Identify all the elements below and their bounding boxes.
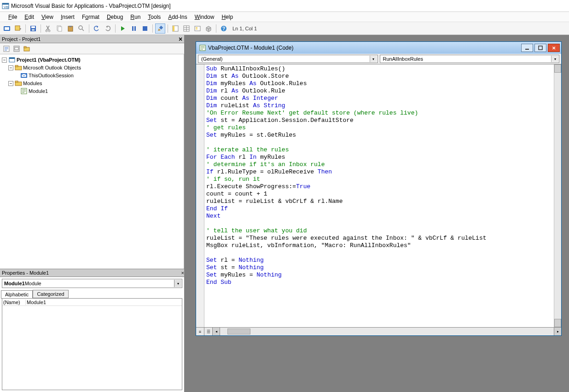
toolbox-button[interactable] — [203, 23, 214, 34]
menu-format[interactable]: Format — [78, 13, 103, 21]
scroll-right-button[interactable]: ▸ — [554, 328, 561, 335]
code-window-title: VbaProject.OTM - Module1 (Code) — [208, 45, 293, 51]
svg-text:?: ? — [222, 26, 225, 31]
tree-toggle-icon[interactable]: − — [8, 81, 13, 86]
svg-rect-17 — [134, 26, 136, 31]
tree-toggle-icon[interactable]: − — [2, 58, 7, 63]
scroll-left-button[interactable]: ◂ — [213, 328, 220, 335]
svg-rect-40 — [15, 81, 18, 82]
folder-icon — [15, 64, 22, 71]
svg-rect-18 — [143, 26, 147, 31]
toggle-folders-button[interactable] — [22, 44, 31, 53]
undo-button[interactable] — [92, 23, 102, 34]
svg-rect-5 — [15, 26, 20, 30]
menu-run[interactable]: Run — [127, 13, 144, 21]
horizontal-scrollbar[interactable] — [220, 328, 554, 335]
svg-rect-21 — [173, 26, 174, 31]
properties-object-selector[interactable]: Module1 Module ▾ — [2, 279, 182, 288]
menu-help[interactable]: Help — [218, 13, 237, 21]
copy-button[interactable] — [54, 23, 64, 34]
object-browser-button[interactable] — [192, 23, 203, 34]
tab-categorized[interactable]: Categorized — [33, 290, 68, 298]
menu-edit[interactable]: Edit — [21, 13, 38, 21]
cut-button[interactable] — [43, 23, 53, 34]
menu-debug[interactable]: Debug — [103, 13, 127, 21]
app-icon: VB — [2, 2, 9, 10]
property-value[interactable]: Module1 — [25, 300, 182, 305]
project-panel-title: Project - Project1 — [2, 36, 41, 42]
insert-dropdown-button[interactable] — [13, 23, 23, 34]
project-toolbar — [0, 43, 184, 54]
code-text[interactable]: Sub RunAllInboxRules() Dim st As Outlook… — [204, 64, 554, 327]
menubar: File Edit View Insert Format Debug Run T… — [0, 12, 569, 22]
svg-rect-25 — [196, 29, 197, 29]
redo-button[interactable] — [103, 23, 113, 34]
tree-module1[interactable]: Module1 — [2, 87, 182, 95]
svg-rect-14 — [69, 26, 72, 27]
tree-modules-folder[interactable]: − Modules — [2, 80, 182, 87]
chevron-down-icon[interactable]: ▾ — [551, 56, 558, 62]
menu-view[interactable]: View — [38, 13, 57, 21]
menu-window[interactable]: Window — [191, 13, 218, 21]
full-module-view-button[interactable]: ☰ — [204, 328, 213, 335]
tab-alphabetic[interactable]: Alphabetic — [1, 290, 33, 299]
property-row[interactable]: (Name) Module1 — [2, 299, 182, 306]
procedure-view-button[interactable]: ≡ — [196, 328, 204, 335]
chevron-down-icon[interactable]: ▾ — [370, 56, 377, 62]
close-button[interactable]: ✕ — [548, 44, 560, 52]
view-code-button[interactable] — [2, 44, 11, 53]
project-explorer-button[interactable] — [170, 23, 180, 34]
svg-rect-19 — [159, 25, 163, 29]
tree-project-root[interactable]: − Project1 (VbaProject.OTM) — [2, 56, 182, 63]
project-panel-close-button[interactable]: × — [177, 35, 184, 43]
svg-rect-16 — [132, 26, 134, 31]
code-window-titlebar[interactable]: VbaProject.OTM - Module1 (Code) ✕ — [196, 42, 561, 54]
view-object-button[interactable] — [12, 44, 21, 53]
menu-addins[interactable]: Add-Ins — [164, 13, 191, 21]
break-button[interactable] — [129, 23, 139, 34]
code-editor[interactable]: Sub RunAllInboxRules() Dim st As Outlook… — [196, 64, 561, 327]
vertical-scrollbar[interactable] — [554, 64, 561, 327]
menu-insert[interactable]: Insert — [57, 13, 78, 21]
object-selector[interactable]: (General) ▾ — [198, 55, 378, 63]
code-selector-bar: (General) ▾ RunAllInboxRules ▾ — [196, 54, 561, 64]
svg-rect-30 — [15, 47, 18, 50]
procedure-selector[interactable]: RunAllInboxRules ▾ — [380, 55, 560, 63]
svg-point-15 — [79, 26, 82, 29]
view-outlook-button[interactable] — [2, 23, 12, 34]
tree-module1-label: Module1 — [29, 88, 48, 94]
module-icon — [199, 44, 206, 52]
properties-window-button[interactable] — [181, 23, 192, 34]
svg-rect-43 — [525, 49, 529, 50]
tree-session-label: ThisOutlookSession — [29, 73, 74, 78]
maximize-button[interactable] — [534, 44, 546, 52]
svg-rect-34 — [9, 58, 15, 59]
chevron-down-icon[interactable]: ▾ — [174, 280, 181, 287]
left-panel: Project - Project1 × − Project1 (VbaProj… — [0, 35, 184, 392]
save-button[interactable] — [28, 23, 38, 34]
folder-icon — [15, 80, 22, 87]
properties-grid[interactable]: (Name) Module1 — [2, 298, 182, 390]
tree-this-outlook-session[interactable]: ThisOutlookSession — [2, 72, 182, 79]
module-icon — [20, 87, 28, 95]
paste-button[interactable] — [65, 23, 75, 34]
svg-rect-1 — [2, 3, 9, 5]
tree-outlook-folder[interactable]: − Microsoft Outlook Objects — [2, 64, 182, 71]
minimize-button[interactable] — [521, 44, 533, 52]
project-icon — [8, 56, 16, 63]
properties-title: Properties - Module1 — [2, 270, 49, 276]
reset-button[interactable] — [140, 23, 150, 34]
menu-file[interactable]: File — [5, 13, 21, 21]
tree-toggle-icon[interactable]: − — [8, 65, 13, 70]
outlook-icon — [20, 72, 28, 79]
app-title: Microsoft Visual Basic for Applications … — [11, 3, 171, 9]
menu-tools[interactable]: Tools — [144, 13, 164, 21]
code-window: VbaProject.OTM - Module1 (Code) ✕ (Gener… — [196, 41, 562, 336]
main-toolbar: ? Ln 1, Col 1 — [0, 22, 569, 35]
run-button[interactable] — [118, 23, 128, 34]
help-button[interactable]: ? — [219, 23, 229, 34]
tree-root-label: Project1 (VbaProject.OTM) — [17, 57, 81, 63]
design-mode-button[interactable] — [155, 23, 165, 34]
find-button[interactable] — [76, 23, 87, 34]
project-tree[interactable]: − Project1 (VbaProject.OTM) − Microsoft … — [0, 54, 184, 269]
